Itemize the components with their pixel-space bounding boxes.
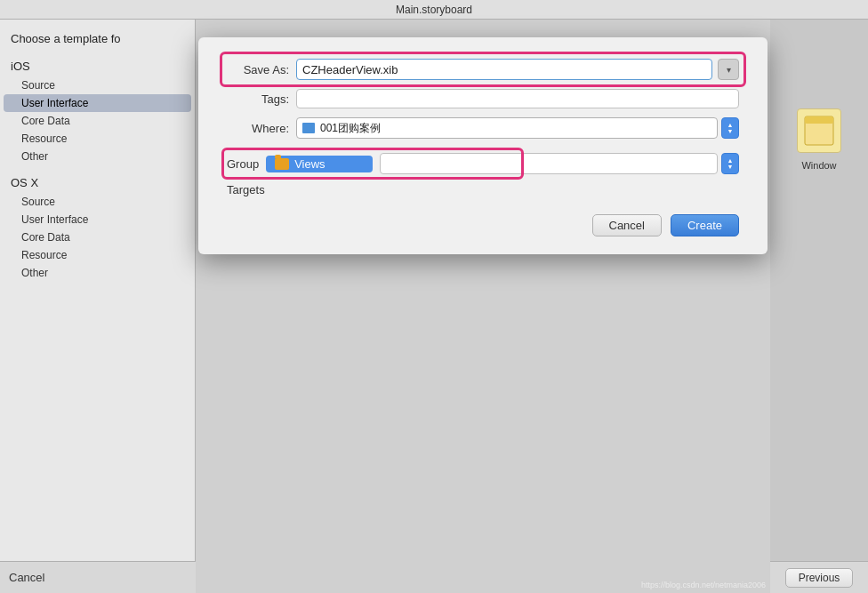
previous-button[interactable]: Previous [785,568,854,588]
sidebar: Choose a template fo iOS Source User Int… [0,20,196,593]
group-stepper[interactable]: ▲ ▼ [721,153,739,174]
group-extra-select[interactable] [380,153,718,174]
tags-input[interactable] [296,89,739,108]
sidebar-item-osx-user-interface[interactable]: User Interface [0,211,195,228]
sidebar-choose-label: Choose a template fo [0,28,195,49]
sidebar-item-osx-resource[interactable]: Resource [0,246,195,264]
dialog: Save As: ▾ Tags: Where: 001团购案例 ▲ ▼ [198,37,768,254]
save-as-input[interactable] [296,59,712,80]
sidebar-item-osx-source[interactable]: Source [0,193,195,211]
bottom-cancel-button[interactable]: Cancel [9,571,44,584]
tags-label: Tags: [227,92,289,106]
svg-rect-1 [805,116,833,124]
tags-row: Tags: [227,89,739,108]
sidebar-item-ios-source[interactable]: Source [0,76,195,94]
create-button[interactable]: Create [671,214,739,236]
bottom-bar: Cancel [0,561,196,593]
save-as-label: Save As: [227,63,289,76]
sidebar-item-ios-user-interface[interactable]: User Interface [4,94,191,112]
sidebar-item-ios-resource[interactable]: Resource [0,130,195,148]
group-value-text: Views [294,157,325,171]
window-label: Window [801,160,836,171]
center-area: Save As: ▾ Tags: Where: 001团购案例 ▲ ▼ [196,20,770,593]
where-stepper[interactable]: ▲ ▼ [721,117,739,139]
right-panel: Window [770,20,868,593]
prev-button-container: Previous [770,561,868,593]
group-label: Group [227,157,259,171]
targets-row: Targets [227,183,739,196]
window-svg [803,115,835,147]
title-bar: Main.storyboard [0,0,868,20]
sidebar-item-ios-core-data[interactable]: Core Data [0,112,195,130]
sidebar-item-osx-core-data[interactable]: Core Data [0,228,195,246]
title-bar-text: Main.storyboard [396,4,472,16]
targets-label: Targets [227,183,265,196]
save-as-dropdown[interactable]: ▾ [718,59,739,80]
group-stepper-down-icon: ▼ [727,164,734,170]
sidebar-osx-heading: OS X [0,172,195,193]
cancel-button[interactable]: Cancel [592,214,662,236]
group-value[interactable]: Views [266,156,373,172]
stepper-up-icon: ▲ [727,122,734,128]
watermark: https://blog.csdn.net/netmania2006 [641,581,766,589]
group-stepper-up-icon: ▲ [727,157,734,164]
sidebar-ios-heading: iOS [0,56,195,76]
save-as-row: Save As: ▾ [227,59,739,80]
where-row: Where: 001团购案例 ▲ ▼ [227,117,739,139]
where-select[interactable]: 001团购案例 [296,117,718,139]
group-folder-icon [275,158,289,170]
where-value: 001团购案例 [320,121,381,136]
dialog-buttons: Cancel Create [227,214,739,236]
sidebar-item-osx-other[interactable]: Other [0,264,195,282]
sidebar-item-ios-other[interactable]: Other [0,148,195,165]
window-icon [797,108,841,153]
folder-icon [302,123,315,133]
where-label: Where: [227,122,289,135]
stepper-down-icon: ▼ [727,128,734,134]
group-row: Group Views ▲ ▼ [227,153,739,174]
